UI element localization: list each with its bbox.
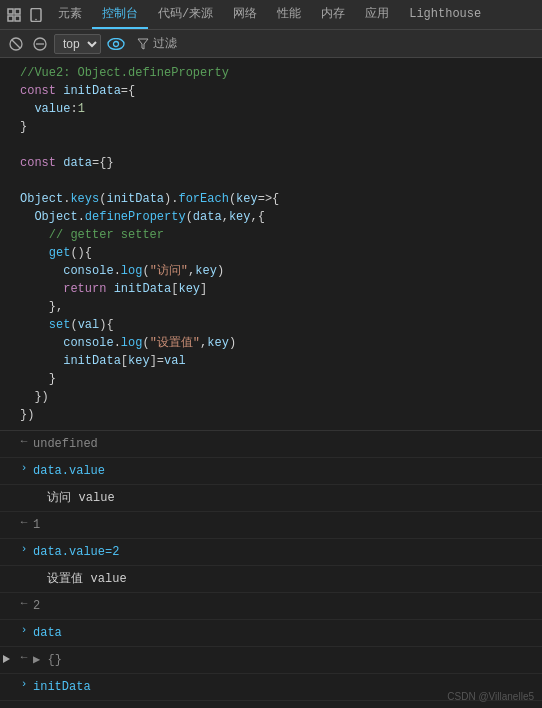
expand-placeholder — [0, 544, 14, 558]
code-line-blank2 — [20, 172, 542, 190]
console-entry-data-value2-input: › data.value=2 — [0, 539, 542, 566]
expand-placeholder — [0, 463, 14, 477]
output-arrow: ← — [15, 433, 33, 447]
code-line-7: // getter setter — [20, 226, 542, 244]
entry-text: data.value — [33, 460, 542, 482]
tab-performance[interactable]: 性能 — [267, 0, 311, 29]
expand-placeholder — [0, 490, 14, 504]
output-arrow: ← — [15, 514, 33, 528]
svg-line-7 — [12, 40, 20, 48]
code-line-6: Object.defineProperty(data,key,{ — [20, 208, 542, 226]
code-line-12: set(val){ — [20, 316, 542, 334]
output-arrow: ← — [15, 649, 33, 663]
svg-point-11 — [114, 41, 119, 46]
filter-icon[interactable] — [30, 34, 50, 54]
tab-console[interactable]: 控制台 — [92, 0, 148, 29]
code-line-14: initData[key]=val — [20, 352, 542, 370]
entry-text: ▶ {value: 2} — [33, 703, 542, 708]
console-entry-setvalue-log: 设置值 value — [0, 566, 542, 593]
code-block: //Vue2: Object.defineProperty const init… — [0, 58, 542, 431]
console-entry-access-log: 访问 value — [0, 485, 542, 512]
tab-application[interactable]: 应用 — [355, 0, 399, 29]
input-arrow: › — [15, 541, 33, 555]
log-arrow — [15, 568, 33, 570]
code-comment: //Vue2: Object.defineProperty — [20, 64, 542, 82]
svg-point-10 — [108, 38, 124, 49]
entry-text: 访问 value — [33, 487, 542, 509]
entry-text: 设置值 value — [33, 568, 542, 590]
code-line-2: value:1 — [20, 100, 542, 118]
tab-memory[interactable]: 内存 — [311, 0, 355, 29]
code-line-5: Object.keys(initData).forEach(key=>{ — [20, 190, 542, 208]
entry-text: data — [33, 622, 542, 644]
input-arrow: › — [15, 460, 33, 474]
svg-rect-1 — [15, 9, 20, 14]
eye-icon[interactable] — [105, 35, 127, 53]
tab-elements[interactable]: 元素 — [48, 0, 92, 29]
svg-point-5 — [35, 18, 37, 20]
console-entry-undefined-1: ← undefined — [0, 431, 542, 458]
top-nav: 元素 控制台 代码/来源 网络 性能 内存 应用 Lighthouse — [0, 0, 542, 30]
clear-console-icon[interactable] — [6, 34, 26, 54]
expand-placeholder — [0, 571, 14, 585]
code-line-10: return initData[key] — [20, 280, 542, 298]
log-arrow — [15, 487, 33, 489]
console-entry-1-output: ← 1 — [0, 512, 542, 539]
inspect-icon[interactable] — [4, 5, 24, 25]
output-arrow: ← — [15, 703, 33, 708]
console-entry-2-output: ← 2 — [0, 593, 542, 620]
expand-placeholder — [0, 436, 14, 450]
expand-placeholder — [0, 679, 14, 693]
svg-rect-3 — [15, 16, 20, 21]
code-line-4: const data={} — [20, 154, 542, 172]
context-selector[interactable]: top — [54, 34, 101, 54]
entry-text: 1 — [33, 514, 542, 536]
expand-placeholder — [0, 625, 14, 639]
tab-sources[interactable]: 代码/来源 — [148, 0, 223, 29]
tab-lighthouse[interactable]: Lighthouse — [399, 0, 491, 29]
code-line-15: } — [20, 370, 542, 388]
filter-bar: 过滤 — [137, 35, 177, 52]
console-entry-data-input: › data — [0, 620, 542, 647]
svg-rect-0 — [8, 9, 13, 14]
expand-placeholder — [0, 598, 14, 612]
code-line-blank1 — [20, 136, 542, 154]
code-line-17: }) — [20, 406, 542, 424]
console-toolbar: top 过滤 — [0, 30, 542, 58]
console-content[interactable]: //Vue2: Object.defineProperty const init… — [0, 58, 542, 708]
code-line-13: console.log("设置值",key) — [20, 334, 542, 352]
entry-text: data.value=2 — [33, 541, 542, 563]
code-line-11: }, — [20, 298, 542, 316]
entry-text: 2 — [33, 595, 542, 617]
watermark: CSDN @Villanelle5 — [447, 691, 534, 702]
devtools-container: 元素 控制台 代码/来源 网络 性能 内存 应用 Lighthouse — [0, 0, 542, 708]
nav-tabs: 元素 控制台 代码/来源 网络 性能 内存 应用 Lighthouse — [48, 0, 491, 29]
input-arrow: › — [15, 622, 33, 636]
entry-text: ▶ {} — [33, 649, 542, 671]
code-line-16: }) — [20, 388, 542, 406]
entry-text: undefined — [33, 433, 542, 455]
tab-network[interactable]: 网络 — [223, 0, 267, 29]
input-arrow: › — [15, 676, 33, 690]
code-line-8: get(){ — [20, 244, 542, 262]
code-line-1: const initData={ — [20, 82, 542, 100]
code-line-9: console.log("访问",key) — [20, 262, 542, 280]
svg-rect-2 — [8, 16, 13, 21]
console-entry-data-value-input: › data.value — [0, 458, 542, 485]
filter-funnel-icon — [137, 38, 149, 50]
code-line-3: } — [20, 118, 542, 136]
mobile-icon[interactable] — [26, 5, 46, 25]
expand-placeholder — [0, 517, 14, 531]
output-arrow: ← — [15, 595, 33, 609]
console-entry-empty-obj-output: ← ▶ {} — [0, 647, 542, 674]
expand-btn[interactable] — [0, 652, 14, 666]
console-entry-initdata-obj-output: ← ▶ {value: 2} — [0, 701, 542, 708]
